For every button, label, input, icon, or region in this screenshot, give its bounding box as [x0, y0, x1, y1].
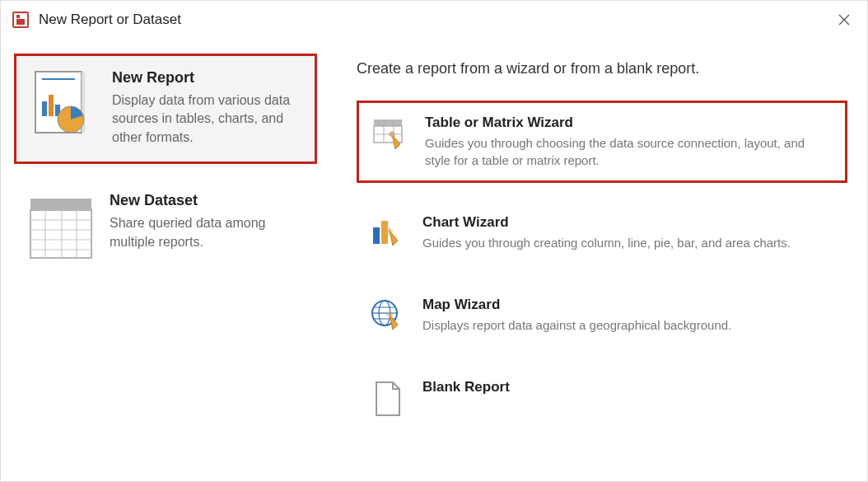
option-map-wizard[interactable]: Map Wizard Displays report data against …: [357, 285, 847, 348]
sidebar-item-description: Share queried data among multiple report…: [110, 214, 302, 251]
option-blank-report[interactable]: Blank Report: [357, 367, 847, 430]
titlebar: New Report or Dataset: [1, 1, 867, 39]
new-report-icon: [31, 69, 96, 143]
dialog-window: New Report or Dataset: [0, 0, 868, 482]
option-title: Blank Report: [422, 379, 510, 395]
wizard-option-list: Table or Matrix Wizard Guides you throug…: [357, 101, 847, 430]
svg-rect-17: [374, 119, 402, 126]
svg-rect-24: [373, 227, 380, 244]
svg-rect-3: [42, 101, 47, 116]
sidebar-item-title: New Report: [112, 69, 300, 87]
option-description: Guides you through creating column, line…: [422, 234, 791, 251]
sidebar-item-new-dataset[interactable]: New Dataset Share queried data among mul…: [14, 179, 317, 281]
option-table-matrix-wizard[interactable]: Table or Matrix Wizard Guides you throug…: [357, 101, 847, 183]
blank-report-icon: [370, 379, 406, 419]
option-description: Guides you through choosing the data sou…: [425, 134, 832, 169]
sidebar-item-new-report[interactable]: New Report Display data from various dat…: [14, 54, 317, 164]
dialog-body: New Report Display data from various dat…: [1, 39, 867, 481]
option-chart-wizard[interactable]: Chart Wizard Guides you through creating…: [357, 203, 847, 265]
sidebar: New Report Display data from various dat…: [1, 39, 330, 481]
dialog-title: New Report or Dataset: [39, 12, 831, 28]
svg-rect-25: [381, 221, 388, 244]
option-title: Chart Wizard: [422, 214, 791, 231]
svg-rect-9: [30, 210, 91, 258]
svg-rect-4: [49, 95, 54, 116]
sidebar-item-description: Display data from various data sources i…: [112, 91, 300, 147]
sidebar-item-title: New Dataset: [110, 192, 302, 209]
option-title: Map Wizard: [422, 297, 731, 313]
svg-rect-2: [42, 78, 75, 80]
close-icon: [838, 13, 851, 26]
map-wizard-icon: [370, 297, 406, 336]
option-description: Displays report data against a geographi…: [422, 316, 731, 334]
svg-rect-8: [30, 199, 91, 210]
main-panel: Create a report from a wizard or from a …: [330, 39, 867, 481]
app-icon: [12, 12, 29, 28]
option-title: Table or Matrix Wizard: [425, 115, 832, 131]
chart-wizard-icon: [370, 214, 406, 254]
new-dataset-icon: [29, 192, 93, 266]
table-matrix-icon: [372, 115, 408, 154]
main-heading: Create a report from a wizard or from a …: [357, 60, 847, 77]
close-button[interactable]: [831, 7, 857, 33]
